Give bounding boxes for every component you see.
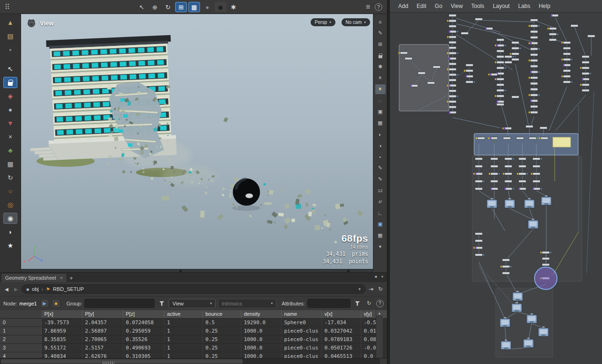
node[interactable] — [582, 55, 589, 58]
node[interactable] — [491, 157, 498, 160]
refresh-button[interactable]: ↻ — [364, 299, 374, 308]
column-header-bounce[interactable]: bounce — [202, 310, 241, 318]
cell[interactable]: -0.5 — [361, 318, 387, 327]
select-tool-icon[interactable]: ↖ — [3, 63, 17, 74]
bone-tool-icon[interactable]: × — [3, 131, 17, 142]
cell[interactable]: Sphere0 — [281, 318, 321, 327]
node[interactable] — [519, 180, 526, 182]
cell[interactable]: 0.0 — [361, 352, 387, 358]
node[interactable] — [461, 32, 468, 34]
cell[interactable]: -17.034 — [321, 318, 361, 327]
spreadsheet-help-icon[interactable]: ? — [376, 300, 384, 307]
node[interactable] — [529, 59, 538, 62]
cell[interactable]: 0.25 — [202, 343, 241, 352]
path-history-icon[interactable]: ▾ — [358, 287, 361, 291]
node[interactable] — [542, 257, 550, 260]
snapshot-tool-icon[interactable]: ✱ — [228, 2, 239, 12]
node[interactable] — [563, 69, 571, 72]
node[interactable] — [580, 67, 590, 69]
node[interactable] — [519, 157, 526, 160]
menu-labs[interactable]: Labs — [514, 1, 534, 11]
node[interactable] — [449, 111, 456, 113]
group-filter-button[interactable] — [157, 299, 166, 308]
node[interactable] — [485, 27, 493, 30]
node[interactable] — [497, 50, 504, 52]
cell[interactable]: piece0-clus — [281, 343, 321, 352]
main-menu-icon[interactable]: ⠿ — [5, 3, 10, 10]
image-plane-icon[interactable]: ▣ — [375, 219, 386, 229]
snap-view-icon[interactable]: ✱ — [375, 62, 386, 72]
shade-sphere-icon[interactable]: ◐ — [375, 129, 386, 139]
headlight-icon[interactable]: ☀ — [375, 84, 386, 94]
smooth-sphere-icon[interactable]: ◑ — [375, 141, 386, 150]
cell[interactable]: 0.25 — [202, 352, 241, 358]
node[interactable] — [582, 72, 591, 74]
node[interactable] — [516, 137, 524, 139]
node[interactable] — [495, 61, 505, 63]
node[interactable] — [497, 89, 506, 91]
group-input[interactable] — [84, 299, 155, 308]
cell[interactable]: 1000.0 — [241, 327, 281, 335]
node[interactable] — [491, 165, 498, 167]
node[interactable] — [495, 78, 505, 80]
node[interactable] — [447, 36, 457, 38]
attributes-filter-button[interactable] — [353, 299, 362, 308]
node[interactable] — [530, 36, 538, 38]
node[interactable] — [410, 84, 418, 87]
node[interactable] — [529, 94, 540, 96]
cell[interactable]: piece0-clus — [281, 327, 321, 335]
cell[interactable]: 0.01 — [361, 327, 387, 335]
node[interactable] — [529, 42, 538, 45]
node[interactable] — [562, 75, 571, 77]
persp-dropdown[interactable]: Persp ▾ — [311, 18, 335, 26]
node[interactable] — [449, 30, 458, 33]
add-tab-button[interactable]: + — [67, 274, 75, 282]
menu-go[interactable]: Go — [431, 1, 446, 11]
node[interactable] — [449, 46, 456, 49]
cell[interactable]: 1000.0 — [241, 352, 281, 358]
column-header-name[interactable]: name — [281, 310, 321, 318]
node[interactable] — [533, 180, 540, 182]
solver-node[interactable] — [512, 302, 522, 312]
node[interactable] — [549, 33, 558, 35]
pencil-display-icon[interactable]: ✎ — [375, 174, 386, 184]
breadcrumb-rbd-setup[interactable]: RBD_SETUP — [53, 286, 84, 292]
node[interactable] — [582, 61, 589, 63]
move-tool-icon[interactable]: ⊕ — [149, 2, 161, 12]
column-header-Px[interactable]: P[x] — [41, 310, 82, 318]
table-vscrollbar[interactable]: ▲ — [376, 310, 383, 358]
node[interactable] — [497, 55, 504, 58]
cell[interactable]: piece0-clus — [281, 352, 321, 358]
node[interactable] — [530, 48, 540, 50]
cell[interactable]: 0.08 — [361, 335, 387, 343]
grid-snap-icon[interactable]: ▦ — [375, 230, 386, 240]
select-tool-icon[interactable]: ↖ — [136, 2, 148, 12]
node[interactable] — [495, 95, 505, 97]
snap-tool-icon[interactable]: ▦ — [188, 2, 200, 12]
close-icon[interactable]: × — [60, 275, 63, 281]
solver-node[interactable] — [500, 317, 510, 327]
cell[interactable]: 1 — [164, 343, 202, 352]
solver-node[interactable] — [538, 327, 549, 336]
cell[interactable]: 0.25 — [202, 327, 241, 335]
character-icon[interactable]: ◌ — [375, 96, 386, 105]
menu-help[interactable]: Help — [535, 1, 554, 11]
viewport-scrollbar[interactable] — [21, 269, 373, 272]
node[interactable] — [475, 232, 483, 235]
record-tool-icon[interactable]: ● — [201, 2, 213, 12]
solver-node[interactable] — [524, 198, 535, 208]
column-header-vx[interactable]: v[x] — [321, 310, 361, 318]
node[interactable] — [449, 89, 456, 92]
node[interactable] — [433, 66, 440, 68]
node[interactable] — [529, 76, 538, 79]
move-view-icon[interactable]: ⊞ — [375, 39, 386, 49]
camera-dropdown[interactable]: No cam ▾ — [342, 18, 370, 26]
node[interactable] — [526, 125, 533, 127]
node[interactable] — [562, 58, 572, 60]
node[interactable] — [502, 272, 510, 274]
node[interactable] — [563, 47, 571, 49]
point-display-icon[interactable]: • — [375, 152, 386, 162]
menu-add[interactable]: Add — [394, 1, 412, 11]
column-header-active[interactable]: active — [164, 310, 202, 318]
node[interactable] — [466, 64, 473, 66]
